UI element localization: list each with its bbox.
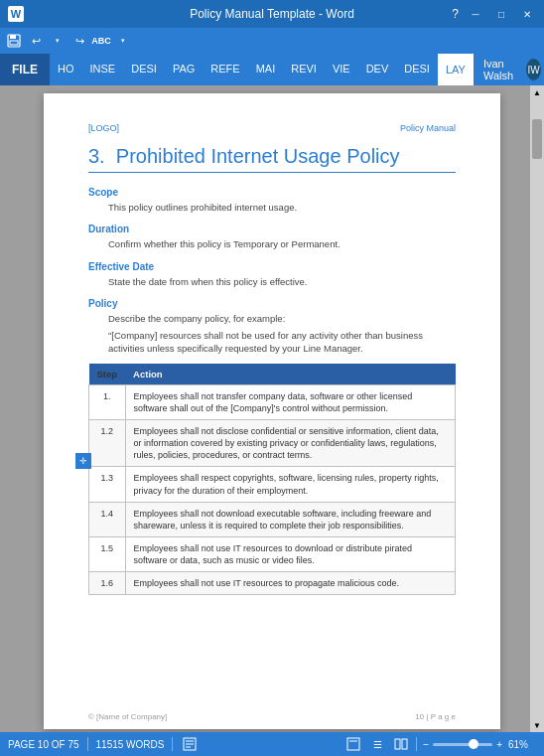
logo-placeholder: [LOGO]	[88, 123, 119, 133]
tab-mailings[interactable]: MAI	[248, 54, 284, 85]
zoom-plus-icon[interactable]: +	[496, 739, 502, 750]
quick-access-toolbar: ↩ ▾ ↪ ABC ▾	[0, 28, 544, 54]
undo-dropdown-icon[interactable]: ▾	[48, 31, 68, 51]
effective-date-body: State the date from when this policy is …	[108, 275, 456, 288]
outline-view-icon[interactable]: ☰	[368, 735, 386, 753]
separator-3	[416, 737, 417, 751]
ribbon: FILE HO INSE DESI PAG REFE MAI REVI VIE …	[0, 54, 544, 85]
tab-review[interactable]: REVI	[283, 54, 325, 85]
restore-button[interactable]: □	[492, 6, 510, 22]
user-name: Ivan Walsh	[483, 58, 520, 81]
document-footer: © [Name of Company] 10 | P a g e	[44, 712, 500, 721]
spell-check-icon[interactable]: ABC	[91, 31, 111, 51]
table-move-handle[interactable]: ✛	[75, 453, 91, 469]
page-info: PAGE 10 OF 75	[8, 739, 79, 750]
tab-references[interactable]: REFE	[203, 54, 247, 85]
tab-developer[interactable]: DEV	[358, 54, 397, 85]
tab-view[interactable]: VIE	[325, 54, 358, 85]
document-page: [LOGO] Policy Manual 3. Prohibited Inter…	[44, 93, 500, 729]
scroll-down-arrow[interactable]: ▼	[530, 718, 544, 732]
zoom-minus-icon[interactable]: −	[423, 739, 429, 750]
save-icon[interactable]	[4, 31, 24, 51]
word-icon: W	[8, 6, 24, 22]
avatar: IW	[526, 59, 541, 80]
table-row: 1.3 Employees shall respect copyrights, …	[89, 467, 456, 502]
col-action: Action	[125, 364, 455, 385]
action-cell: Employees shall not use IT resources to …	[125, 537, 455, 572]
scope-label: Scope	[88, 187, 456, 198]
footer-page: 10 | P a g e	[415, 712, 456, 721]
table-row: 1.6 Employees shall not use IT resources…	[89, 572, 456, 595]
section-title: 3. Prohibited Internet Usage Policy	[88, 145, 456, 173]
step-cell: 1.2	[89, 420, 126, 467]
step-cell: 1.5	[89, 537, 126, 572]
action-cell: Employees shall not use IT resources to …	[125, 572, 455, 595]
step-cell: 1.3	[89, 467, 126, 502]
user-initials: IW	[527, 65, 539, 76]
policy-label: Policy	[88, 298, 456, 309]
document-area: [LOGO] Policy Manual 3. Prohibited Inter…	[0, 85, 544, 732]
status-bar-right: ☰ − + 61%	[344, 735, 536, 753]
word-count: 11515 WORDS	[96, 739, 165, 750]
header-right: Policy Manual	[400, 123, 456, 133]
scroll-up-arrow[interactable]: ▲	[530, 85, 544, 99]
proofing-icon[interactable]	[181, 735, 199, 753]
help-button[interactable]: ?	[452, 7, 459, 21]
separator-2	[172, 737, 173, 751]
svg-rect-2	[10, 41, 18, 45]
window-title: Policy Manual Template - Word	[190, 7, 354, 21]
section-number: 3.	[88, 145, 105, 167]
step-cell: 1.6	[89, 572, 126, 595]
action-cell: Employees shall respect copyrights, soft…	[125, 467, 455, 502]
zoom-thumb[interactable]	[469, 739, 478, 749]
policy-body: Describe the company policy, for example…	[108, 312, 456, 325]
scope-body: This policy outlines prohibited internet…	[108, 201, 456, 214]
action-cell: Employees shall not disclose confidentia…	[125, 420, 455, 467]
user-info: Ivan Walsh IW	[474, 54, 544, 85]
undo-icon[interactable]: ↩	[26, 31, 46, 51]
scrollbar-thumb[interactable]	[532, 119, 542, 159]
title-bar: W Policy Manual Template - Word ? ─ □ ✕	[0, 0, 544, 28]
table-header-row: Step Action	[89, 364, 456, 385]
section-title-text: Prohibited Internet Usage Policy	[116, 145, 400, 167]
close-button[interactable]: ✕	[518, 6, 536, 22]
action-cell: Employees shall not download executable …	[125, 502, 455, 536]
policy-table: Step Action 1. Employees shall not trans…	[88, 364, 456, 596]
table-row: 1.5 Employees shall not use IT resources…	[89, 537, 456, 572]
svg-rect-1	[10, 35, 16, 39]
status-bar: PAGE 10 OF 75 11515 WORDS ☰ − + 61%	[0, 732, 544, 756]
minimize-button[interactable]: ─	[467, 6, 484, 22]
window-controls: ? ─ □ ✕	[452, 6, 536, 22]
zoom-level: 61%	[508, 739, 536, 750]
print-layout-view-icon[interactable]	[344, 735, 362, 753]
tab-design2[interactable]: DESI	[396, 54, 438, 85]
vertical-scrollbar[interactable]: ▲ ▼	[530, 85, 544, 732]
svg-rect-10	[402, 739, 407, 749]
duration-label: Duration	[88, 224, 456, 234]
table-row: 1.2 Employees shall not disclose confide…	[89, 420, 456, 467]
zoom-slider[interactable]: − +	[423, 739, 502, 750]
redo-icon[interactable]: ↪	[69, 31, 89, 51]
tab-home[interactable]: HO	[50, 54, 82, 85]
step-cell: 1.	[89, 384, 126, 419]
table-row: 1.4 Employees shall not download executa…	[89, 502, 456, 536]
document-header: [LOGO] Policy Manual	[88, 123, 456, 133]
policy-quote: "[Company] resources shall not be used f…	[108, 329, 456, 356]
footer-company: © [Name of Company]	[88, 712, 167, 721]
svg-rect-9	[395, 739, 400, 749]
table-row: 1. Employees shall not transfer company …	[89, 384, 456, 419]
title-bar-left: W	[8, 6, 24, 22]
zoom-track[interactable]	[433, 743, 492, 746]
customize-quick-access-icon[interactable]: ▾	[113, 31, 133, 51]
read-mode-icon[interactable]	[392, 735, 410, 753]
duration-body: Confirm whether this policy is Temporary…	[108, 237, 456, 250]
tab-design[interactable]: DESI	[123, 54, 165, 85]
tab-page[interactable]: PAG	[165, 54, 203, 85]
separator-1	[87, 737, 88, 751]
tab-layout[interactable]: LAY	[438, 54, 474, 85]
col-step: Step	[89, 364, 126, 385]
tab-insert[interactable]: INSE	[82, 54, 124, 85]
step-cell: 1.4	[89, 502, 126, 536]
action-cell: Employees shall not transfer company dat…	[125, 384, 455, 419]
file-tab[interactable]: FILE	[0, 54, 50, 85]
